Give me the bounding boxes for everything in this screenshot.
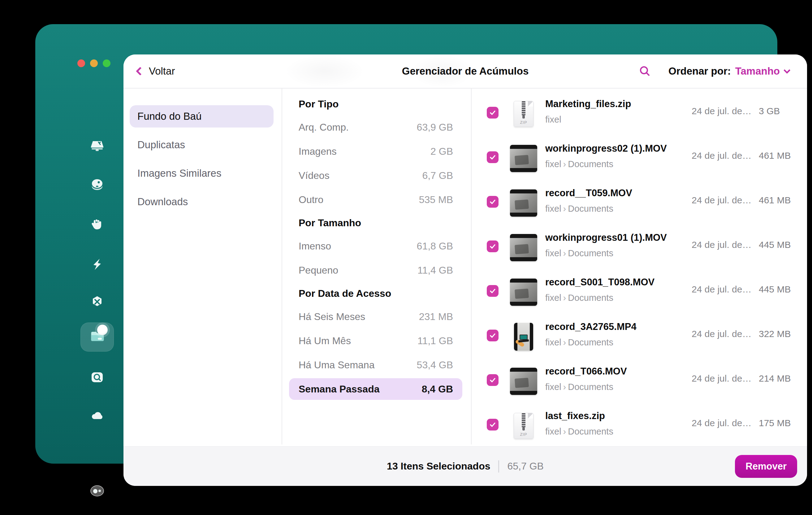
pillarbox-bar [530, 323, 533, 351]
sort-dropdown[interactable]: Ordenar por: Tamanho [668, 65, 790, 77]
path-segment: Documents [568, 248, 613, 258]
filter-size-value: 61,8 GB [417, 240, 453, 252]
path-segment: fixel [545, 382, 561, 392]
filter-row-h-seis-meses[interactable]: Há Seis Meses231 MB [282, 305, 471, 329]
table-row[interactable]: workinprogress02 (1).MOVfixel›Documents2… [471, 135, 807, 179]
filter-size-value: 8,4 GB [422, 383, 453, 395]
table-row[interactable]: ZIPMarketing_files.zipfixel24 de jul. de… [471, 90, 807, 135]
nav-item-fundo-do-ba-[interactable]: Fundo do Baú [123, 102, 282, 131]
letterbox-bar [510, 145, 537, 149]
video-thumbnail [510, 368, 537, 395]
filter-label: Imagens [299, 146, 337, 157]
letterbox-bar [510, 391, 537, 395]
filter-label: Vídeos [299, 170, 329, 181]
table-row[interactable]: ZIPlast_fixes.zipfixel›Documents24 de ju… [471, 402, 807, 447]
filter-row-h-uma-semana[interactable]: Há Uma Semana53,4 GB [282, 353, 471, 377]
filter-size-value: 53,4 GB [417, 359, 453, 371]
row-checkbox[interactable] [487, 419, 498, 430]
nav-item-duplicatas[interactable]: Duplicatas [123, 131, 282, 159]
zipper-pull [522, 427, 525, 430]
path-segment: fixel [545, 159, 561, 169]
sidebar-item-assistant[interactable] [88, 483, 106, 500]
nav-item-label: Fundo do Baú [137, 111, 201, 122]
filter-row-pequeno[interactable]: Pequeno11,4 GB [282, 258, 471, 282]
filter-label: Há Um Mês [299, 335, 351, 347]
display-scan-icon [89, 137, 105, 155]
row-checkbox[interactable] [487, 151, 498, 163]
letterbox-bar [510, 168, 537, 172]
filter-size-value: 63,9 GB [417, 122, 453, 133]
path-segment: fixel [545, 427, 561, 436]
table-row[interactable]: workinprogress01 (1).MOVfixel›Documents2… [471, 224, 807, 269]
nav-item-downloads[interactable]: Downloads [123, 188, 282, 216]
search-icon[interactable] [639, 65, 651, 77]
sidebar-item-my-clutter-active[interactable] [81, 322, 114, 351]
selected-total-size: 65,7 GB [507, 460, 543, 472]
nav-item-label: Duplicatas [137, 139, 185, 151]
path-segment: fixel [545, 248, 561, 258]
filter-row-arq-comp-[interactable]: Arq. Comp.63,9 GB [282, 115, 471, 139]
filter-row-imagens[interactable]: Imagens2 GB [282, 139, 471, 164]
file-date: 24 de jul. de… [692, 195, 751, 205]
path-separator: › [561, 293, 568, 303]
file-date: 24 de jul. de… [692, 150, 751, 161]
row-checkbox[interactable] [487, 285, 498, 297]
magnifier-disk-icon [89, 369, 105, 387]
file-thumbnail [508, 188, 539, 218]
row-checkbox[interactable] [487, 330, 498, 341]
sidebar-item-performance[interactable] [88, 256, 106, 274]
filter-section-title: Por Tipo [282, 93, 471, 115]
row-checkbox[interactable] [487, 240, 498, 252]
notification-badge [97, 325, 108, 335]
selection-footer: 13 Itens Selecionados 65,7 GB Remover [123, 446, 807, 486]
row-checkbox[interactable] [487, 107, 498, 118]
file-thumbnail [508, 322, 539, 351]
file-date: 24 de jul. de… [692, 239, 751, 250]
sidebar-item-cleanup[interactable] [88, 176, 106, 194]
row-checkbox[interactable] [487, 374, 498, 386]
remove-button[interactable]: Remover [735, 455, 797, 478]
filter-row-semana-passada[interactable]: Semana Passada8,4 GB [282, 377, 471, 401]
letterbox-bar [510, 190, 537, 194]
filter-panel: Por TipoArq. Comp.63,9 GBImagens2 GBVíde… [282, 88, 471, 401]
file-path: fixel›Documents [545, 427, 613, 437]
nav-item-imagens-similares[interactable]: Imagens Similares [123, 159, 282, 188]
filter-row-imenso[interactable]: Imenso61,8 GB [282, 234, 471, 258]
sidebar-item-cloud[interactable] [88, 408, 106, 426]
file-name: record__T059.MOV [545, 188, 632, 199]
path-separator: › [561, 427, 568, 436]
path-segment: Documents [568, 204, 613, 213]
thumbnail-detail [515, 378, 529, 388]
thumbnail-detail [520, 335, 528, 340]
file-date: 24 de jul. de… [692, 418, 751, 428]
row-checkbox[interactable] [487, 196, 498, 208]
filter-label: Há Seis Meses [299, 311, 365, 322]
filter-section-title: Por Data de Acesso [282, 282, 471, 305]
table-row[interactable]: record__T059.MOVfixel›Documents24 de jul… [471, 179, 807, 224]
filter-size-value: 535 MB [419, 194, 453, 205]
hexagon-tools-icon [89, 294, 105, 311]
sidebar-item-smart-scan[interactable] [88, 137, 106, 155]
sidebar-item-space-lens[interactable] [88, 369, 106, 387]
table-row[interactable]: record_S001_T098.MOVfixel›Documents24 de… [471, 269, 807, 313]
file-date: 24 de jul. de… [692, 284, 751, 295]
file-size: 461 MB [759, 195, 791, 205]
filter-label: Semana Passada [299, 383, 380, 395]
filter-row-h-um-m-s[interactable]: Há Um Mês11,1 GB [282, 329, 471, 353]
table-row[interactable]: record_3A2765.MP4fixel›Documents24 de ju… [471, 313, 807, 358]
sidebar-item-applications[interactable] [88, 293, 106, 311]
filter-size-value: 2 GB [430, 146, 453, 157]
filter-row-outro[interactable]: Outro535 MB [282, 188, 471, 212]
file-name: record_T066.MOV [545, 366, 627, 377]
filter-row-v-deos[interactable]: Vídeos6,7 GB [282, 164, 471, 188]
table-row[interactable]: record_T066.MOVfixel›Documents24 de jul.… [471, 358, 807, 402]
path-separator: › [561, 382, 568, 392]
file-size: 3 GB [759, 106, 780, 116]
path-segment: fixel [545, 337, 561, 347]
file-thumbnail [508, 144, 539, 173]
letterbox-bar [510, 368, 537, 372]
filter-label: Outro [299, 194, 323, 205]
thumbnail-detail [515, 155, 529, 165]
sidebar-item-protection[interactable] [88, 216, 106, 234]
path-segment: fixel [545, 293, 561, 303]
